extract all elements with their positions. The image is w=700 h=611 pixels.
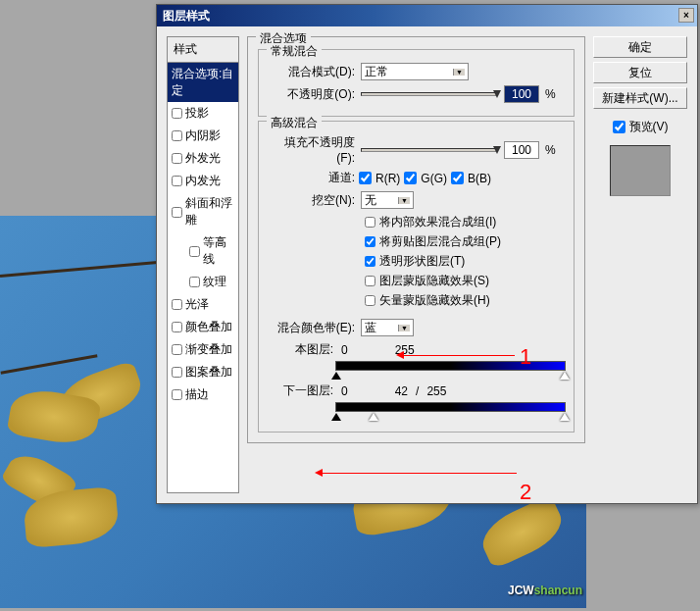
style-texture[interactable]: 纹理 [168,271,238,293]
close-button[interactable]: × [678,8,694,23]
fill-opacity-slider[interactable] [361,148,498,152]
inner-glow-check[interactable] [172,176,182,186]
annotation-arrow-2 [321,473,517,474]
style-gradient-overlay[interactable]: 渐变叠加 [168,338,238,361]
blend-interior-check[interactable] [365,217,375,228]
watermark: JCWshancun [508,577,582,599]
blend-if-channel-select[interactable]: 蓝▼ [361,319,414,336]
pattern-overlay-check[interactable] [172,367,182,378]
style-inner-glow[interactable]: 内发光 [168,170,238,192]
opacity-slider[interactable] [361,92,498,96]
blend-clipped-check[interactable] [365,236,375,247]
color-overlay-check[interactable] [172,322,182,332]
transparency-shapes-check[interactable] [365,256,375,267]
style-stroke[interactable]: 描边 [168,383,238,406]
chevron-down-icon: ▼ [398,325,410,331]
dialog-titlebar[interactable]: 图层样式 × [157,5,697,26]
outer-glow-check[interactable] [172,153,182,164]
layer-mask-hides-check[interactable] [365,276,375,286]
chevron-down-icon: ▼ [398,197,410,204]
knockout-label: 挖空(N): [267,192,355,209]
dialog-buttons: 确定 复位 新建样式(W)... 预览(V) [593,36,687,493]
fill-opacity-input[interactable]: 100 [504,141,539,159]
preview-swatch [610,145,671,196]
underlying-black-stop[interactable] [331,413,341,421]
arrow-head-1 [396,351,404,359]
style-color-overlay[interactable]: 颜色叠加 [168,316,238,338]
annotation-2: 2 [520,480,531,505]
cancel-button[interactable]: 复位 [593,62,687,83]
style-outer-glow[interactable]: 外发光 [168,147,238,170]
inner-shadow-check[interactable] [172,130,182,141]
style-bevel[interactable]: 斜面和浮雕 [168,192,238,231]
underlying-gradient[interactable] [335,402,566,412]
preview-check[interactable] [613,121,625,133]
bevel-check[interactable] [172,207,182,218]
layer-style-dialog: 图层样式 × 样式 混合选项:自定 投影 内阴影 外发光 内发光 斜面和浮雕 等… [156,4,698,504]
ok-button[interactable]: 确定 [593,36,687,58]
styles-list: 样式 混合选项:自定 投影 内阴影 外发光 内发光 斜面和浮雕 等高线 纹理 光… [167,36,239,493]
annotation-1: 1 [520,344,531,370]
blend-mode-label: 混合模式(D): [267,64,355,80]
blend-mode-select[interactable]: 正常▼ [361,63,469,80]
vector-mask-hides-check[interactable] [365,295,375,306]
style-contour[interactable]: 等高线 [168,231,238,271]
satin-check[interactable] [172,299,182,310]
underlying-label: 下一图层: [267,382,333,399]
blend-if-label: 混合颜色带(E): [267,320,355,336]
channel-b-check[interactable] [451,172,464,184]
this-layer-white-stop[interactable] [560,372,570,380]
channel-r-check[interactable] [359,172,372,184]
drop-shadow-check[interactable] [172,108,182,119]
style-blending-options[interactable]: 混合选项:自定 [168,63,238,102]
style-satin[interactable]: 光泽 [168,293,238,316]
advanced-blend-label: 高级混合 [267,115,322,131]
preview-label: 预览(V) [629,119,669,135]
annotation-arrow-1 [402,355,515,356]
gradient-overlay-check[interactable] [172,344,182,355]
new-style-button[interactable]: 新建样式(W)... [593,87,687,109]
contour-check[interactable] [189,246,200,257]
this-layer-black-stop[interactable] [331,372,341,380]
chevron-down-icon: ▼ [453,69,465,76]
channels-label: 通道: [267,170,355,186]
style-inner-shadow[interactable]: 内阴影 [168,125,238,147]
channel-g-check[interactable] [404,172,417,184]
knockout-select[interactable]: 无▼ [361,191,414,209]
style-drop-shadow[interactable]: 投影 [168,102,238,125]
styles-header: 样式 [168,37,238,63]
this-layer-label: 本图层: [267,341,333,358]
style-pattern-overlay[interactable]: 图案叠加 [168,361,238,383]
arrow-head-2 [315,469,323,477]
stroke-check[interactable] [172,389,182,400]
underlying-white-split-stop[interactable] [369,413,378,421]
general-blend-label: 常规混合 [267,43,322,60]
opacity-input[interactable]: 100 [504,85,539,103]
fill-opacity-label: 填充不透明度(F): [267,134,355,165]
dialog-title: 图层样式 [163,9,210,23]
options-panel: 混合选项 常规混合 混合模式(D): 正常▼ 不透明度(O): 100 % [247,36,585,493]
opacity-label: 不透明度(O): [267,86,355,103]
texture-check[interactable] [189,277,200,287]
underlying-white-stop[interactable] [560,413,570,421]
